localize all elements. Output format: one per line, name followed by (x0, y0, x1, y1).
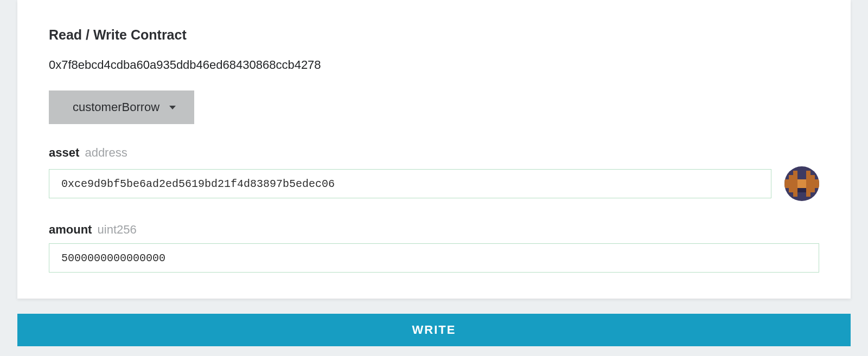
field-asset-name: asset (49, 146, 79, 159)
field-asset-type: address (85, 146, 127, 159)
svg-rect-8 (789, 188, 797, 192)
svg-rect-7 (797, 179, 806, 188)
field-amount: amount uint256 (49, 223, 819, 273)
svg-rect-2 (806, 171, 810, 175)
chevron-down-icon (169, 106, 176, 109)
field-amount-label: amount uint256 (49, 223, 819, 237)
svg-rect-6 (806, 179, 819, 188)
svg-rect-4 (806, 175, 815, 179)
svg-rect-9 (806, 188, 815, 192)
contract-card: Read / Write Contract 0x7f8ebcd4cdba60a9… (17, 0, 851, 299)
write-button[interactable]: WRITE (17, 314, 851, 346)
svg-rect-5 (784, 179, 797, 188)
svg-rect-12 (806, 192, 810, 197)
svg-rect-3 (789, 175, 797, 179)
contract-address: 0x7f8ebcd4cdba60a935ddb46ed68430868ccb42… (49, 58, 819, 72)
svg-rect-10 (797, 188, 806, 192)
svg-rect-11 (793, 192, 797, 197)
field-asset: asset address (49, 146, 819, 201)
svg-rect-1 (793, 171, 797, 175)
field-amount-type: uint256 (98, 223, 137, 236)
asset-input[interactable] (49, 169, 771, 198)
page-title: Read / Write Contract (49, 27, 819, 43)
function-dropdown[interactable]: customerBorrow (49, 90, 194, 124)
address-identicon (784, 166, 819, 201)
function-dropdown-label: customerBorrow (73, 100, 159, 114)
field-asset-label: asset address (49, 146, 819, 160)
field-amount-name: amount (49, 223, 92, 236)
amount-input[interactable] (49, 243, 819, 273)
